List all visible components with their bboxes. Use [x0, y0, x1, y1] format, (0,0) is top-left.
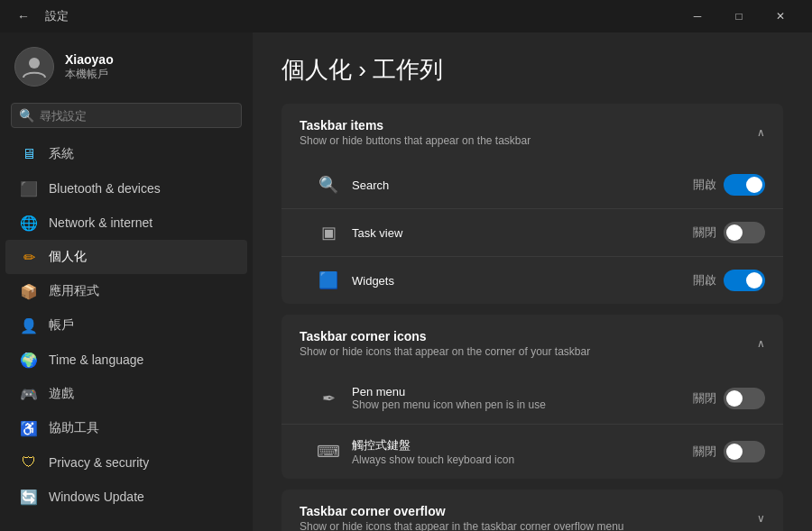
nav-icon-bluetooth: ⬛ [20, 179, 38, 197]
sections-container: Taskbar items Show or hide buttons that … [281, 104, 783, 531]
setting-title: Task view [352, 226, 680, 240]
main-layout: Xiaoyao 本機帳戶 🔍 🖥 系統 ⬛ Bluetooth & device… [0, 32, 812, 531]
chevron-icon: ∨ [757, 512, 765, 525]
nav-label-bluetooth: Bluetooth & devices [49, 181, 161, 196]
section-header-info: Taskbar corner icons Show or hide icons … [300, 329, 590, 358]
nav-icon-gaming: 🎮 [20, 385, 38, 403]
chevron-icon: ∧ [757, 337, 765, 350]
setting-info: Search [352, 179, 680, 192]
nav-icon-apps: 📦 [20, 282, 38, 300]
section-subtitle: Show or hide buttons that appear on the … [300, 134, 531, 147]
nav-label-network: Network & internet [49, 215, 152, 230]
section-header-info: Taskbar items Show or hide buttons that … [300, 118, 531, 147]
minimize-button[interactable]: ─ [677, 0, 718, 32]
nav-label-gaming: 遊戲 [49, 386, 74, 402]
maximize-button[interactable]: □ [718, 0, 760, 32]
sidebar-item-apps[interactable]: 📦 應用程式 [5, 274, 247, 308]
nav-icon-personal: ✏ [20, 248, 38, 266]
section-taskbar-corner-icons: Taskbar corner icons Show or hide icons … [281, 315, 783, 479]
toggle-label: 關閉 [693, 224, 716, 241]
user-section: Xiaoyao 本機帳戶 [0, 32, 253, 97]
nav-label-update: Windows Update [49, 490, 144, 504]
setting-controls: 關閉 [693, 441, 765, 462]
search-input[interactable] [40, 109, 234, 123]
nav-icon-accounts: 👤 [20, 316, 38, 334]
setting-title: Widgets [352, 274, 680, 288]
setting-title: Pen menu [352, 385, 680, 398]
section-header-taskbar-corner-overflow[interactable]: Taskbar corner overflow Show or hide ico… [281, 490, 783, 531]
chevron-icon: ∧ [757, 126, 765, 139]
nav-label-time: Time & language [49, 352, 143, 367]
nav-label-personal: 個人化 [49, 249, 87, 265]
section-taskbar-items: Taskbar items Show or hide buttons that … [281, 104, 783, 304]
sidebar-item-personal[interactable]: ✏ 個人化 [5, 240, 247, 274]
nav-label-access: 協助工具 [49, 420, 99, 436]
setting-title: 觸控式鍵盤 [352, 437, 680, 453]
sidebar-item-gaming[interactable]: 🎮 遊戲 [5, 377, 247, 411]
section-title: Taskbar corner icons [300, 329, 590, 343]
sidebar-item-bluetooth[interactable]: ⬛ Bluetooth & devices [5, 171, 247, 206]
setting-info: 觸控式鍵盤 Always show touch keyboard icon [352, 437, 680, 466]
sidebar-item-privacy[interactable]: 🛡 Privacy & security [5, 445, 247, 480]
titlebar-title: 設定 [45, 8, 69, 24]
setting-info: Pen menu Show pen menu icon when pen is … [352, 385, 680, 411]
toggle-knob [746, 272, 762, 288]
nav-label-system: 系統 [49, 146, 74, 162]
section-header-info: Taskbar corner overflow Show or hide ico… [300, 504, 624, 531]
toggle-knob [746, 177, 762, 193]
sidebar-item-network[interactable]: 🌐 Network & internet [5, 206, 247, 240]
content-area: 個人化 › 工作列 Taskbar items Show or hide but… [253, 32, 812, 531]
toggle-switch[interactable] [724, 441, 765, 462]
setting-row: ⌨ 觸控式鍵盤 Always show touch keyboard icon … [281, 425, 783, 479]
search-icon: 🔍 [19, 108, 34, 123]
setting-row: ▣ Task view 關閉 [281, 209, 783, 257]
setting-controls: 關閉 [693, 222, 765, 243]
toggle-label: 關閉 [693, 444, 716, 460]
section-title: Taskbar corner overflow [300, 504, 624, 518]
setting-subtitle: Always show touch keyboard icon [352, 453, 680, 466]
section-taskbar-corner-overflow: Taskbar corner overflow Show or hide ico… [281, 490, 783, 531]
titlebar: ← 設定 ─ □ ✕ [0, 0, 812, 32]
nav-label-privacy: Privacy & security [49, 455, 149, 470]
setting-info: Task view [352, 226, 680, 240]
user-name: Xiaoyao [65, 52, 114, 67]
sidebar-item-system[interactable]: 🖥 系統 [5, 137, 247, 171]
avatar [14, 47, 54, 87]
section-title: Taskbar items [300, 118, 531, 133]
setting-icon: ✒ [318, 388, 339, 409]
nav-icon-network: 🌐 [20, 214, 38, 232]
nav-icon-access: ♿ [20, 419, 38, 437]
toggle-switch[interactable] [724, 174, 765, 196]
section-header-taskbar-items[interactable]: Taskbar items Show or hide buttons that … [281, 104, 783, 161]
user-subtitle: 本機帳戶 [65, 67, 114, 82]
setting-icon: 🟦 [318, 270, 339, 291]
setting-info: Widgets [352, 274, 680, 288]
setting-row: ✒ Pen menu Show pen menu icon when pen i… [281, 372, 783, 425]
sidebar-item-time[interactable]: 🌍 Time & language [5, 343, 247, 377]
toggle-switch[interactable] [724, 222, 765, 243]
toggle-switch[interactable] [724, 270, 765, 291]
setting-title: Search [352, 179, 680, 192]
close-button[interactable]: ✕ [760, 0, 801, 32]
toggle-label: 開啟 [693, 177, 716, 193]
setting-subtitle: Show pen menu icon when pen is in use [352, 398, 680, 411]
page-title: 個人化 › 工作列 [281, 54, 783, 86]
sidebar-item-update[interactable]: 🔄 Windows Update [5, 480, 247, 514]
user-info: Xiaoyao 本機帳戶 [65, 52, 114, 82]
nav-label-accounts: 帳戶 [49, 317, 74, 334]
toggle-label: 開啟 [693, 272, 716, 288]
nav-label-apps: 應用程式 [49, 283, 99, 299]
sidebar-item-accounts[interactable]: 👤 帳戶 [5, 308, 247, 343]
toggle-switch[interactable] [724, 388, 765, 409]
search-box[interactable]: 🔍 [11, 103, 242, 128]
back-button[interactable]: ← [11, 4, 36, 29]
section-subtitle: Show or hide icons that appear in the ta… [300, 520, 624, 531]
setting-row: 🟦 Widgets 開啟 [281, 257, 783, 304]
setting-controls: 關閉 [693, 388, 765, 409]
section-header-taskbar-corner-icons[interactable]: Taskbar corner icons Show or hide icons … [281, 315, 783, 372]
sidebar-item-access[interactable]: ♿ 協助工具 [5, 411, 247, 445]
titlebar-controls: ─ □ ✕ [677, 0, 801, 32]
setting-row: 🔍 Search 開啟 [281, 161, 783, 209]
setting-icon: 🔍 [318, 174, 339, 196]
setting-controls: 開啟 [693, 270, 765, 291]
